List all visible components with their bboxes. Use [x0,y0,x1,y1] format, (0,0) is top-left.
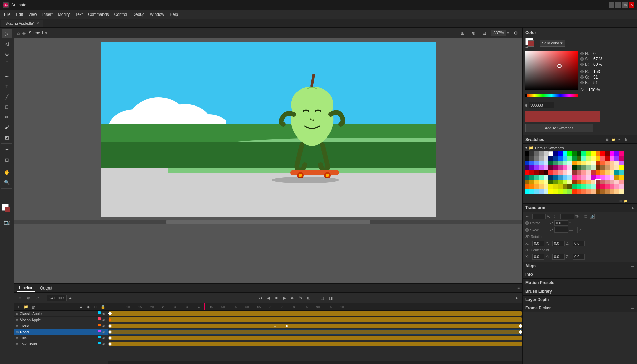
3d-z-input[interactable] [573,241,585,246]
minimize-button[interactable]: — [609,2,614,8]
lock-icon[interactable]: 🔒 [100,304,106,310]
menu-window[interactable]: Window [147,11,167,18]
subselect-tool[interactable]: ◁ [2,39,12,49]
swatches-delete-button[interactable]: 🗑 [623,137,628,142]
scene-selector[interactable]: Scene 1 ▾ [29,31,47,35]
lasso-tool[interactable]: ⌒ [2,59,12,69]
skew-h-input[interactable] [554,227,568,233]
outline-all-button[interactable]: □ [93,304,99,310]
eyedropper-tool[interactable]: ✦ [2,145,12,154]
layer-visibility-road[interactable]: ◉ [101,330,106,334]
go-to-first-frame-button[interactable]: ⏮ [256,294,264,302]
align-header[interactable]: Align — [523,262,637,270]
free-transform-tool[interactable]: ⊕ [2,49,12,59]
sync-button[interactable]: ⊞ [305,294,312,302]
color-result-swatch[interactable] [525,111,600,122]
canvas-scrollbar-thumb[interactable] [166,220,370,224]
layer-visibility-motion[interactable]: ◉ [101,317,106,322]
snap-objects-button[interactable]: ⊕ [469,29,478,37]
brush-tool[interactable]: 🖌 [2,122,12,132]
tab-timeline[interactable]: Timeline [17,285,35,292]
clip-content-button[interactable]: ⊟ [480,29,488,37]
layer-row-cloud[interactable]: ◈ Cloud ◉ [14,323,108,329]
tab-close-button[interactable]: ✕ [36,21,39,25]
pen-tool[interactable]: ✒ [2,72,12,81]
menu-modify[interactable]: Modify [55,11,72,18]
select-tool[interactable]: ▷ [2,29,12,38]
onion-skin-outlines-button[interactable]: ◨ [327,294,334,302]
transform-header[interactable]: Transform ▶ [523,204,637,212]
menu-file[interactable]: File [1,11,13,18]
play-button[interactable]: ▶ [281,294,288,302]
menu-debug[interactable]: Debug [130,11,147,18]
r-radio[interactable] [580,70,584,73]
scale-w-input[interactable] [532,214,546,219]
canvas-scrollbar[interactable] [14,220,522,224]
brush-library-header[interactable]: Brush Library — [523,287,637,295]
add-folder-button[interactable]: 📁 [23,304,29,310]
onion-skin-button[interactable]: ◫ [318,294,326,302]
layer-row-low-cloud[interactable]: ◈ Low Cloud ◉ [14,341,108,347]
3d-x-input[interactable] [532,241,544,246]
rectangle-tool[interactable]: □ [2,102,12,112]
add-motion-guide-button[interactable]: ⊕ [25,294,32,302]
zoom-tool[interactable]: 🔍 [2,178,12,187]
s-radio[interactable] [580,57,584,61]
fill-swatch[interactable] [528,40,534,47]
eraser-tool[interactable]: ◻ [2,155,12,164]
color-picker-gradient[interactable] [525,51,578,90]
delete-layer-button[interactable]: 🗑 [30,304,36,310]
menu-edit[interactable]: Edit [13,11,26,18]
3d-y-input[interactable] [552,241,565,246]
scene-dropdown-arrow[interactable]: ▾ [45,31,47,35]
stroke-fill-selector[interactable]: ⇄ [525,38,538,49]
hex-input[interactable] [529,102,554,108]
menu-control[interactable]: Control [112,11,130,18]
layer-row-road[interactable]: ▭ Road ◉ [14,329,108,335]
swatches-view-toggle-3[interactable]: + [629,199,631,203]
swatches-group-header[interactable]: ▾ 📁 Default Swatches [524,145,636,151]
skew-radio[interactable] [525,228,529,232]
layer-visibility-low-cloud[interactable]: ◉ [101,342,106,346]
zoom-dropdown-arrow[interactable]: ▾ [507,31,509,35]
motion-presets-header[interactable]: Motion Presets — [523,279,637,287]
swatches-view-toggle-2[interactable]: 📁 [624,199,628,203]
stop-button[interactable]: ■ [273,294,280,302]
camera-tool[interactable]: 📷 [2,217,12,227]
new-layer-button[interactable]: ≡ [16,294,24,302]
stage-settings-button[interactable]: ⚙ [512,29,520,37]
maximize-button[interactable]: □ [615,2,621,8]
add-layer-button[interactable]: + [16,304,22,310]
menu-insert[interactable]: Insert [40,11,55,18]
timeline-menu-icon[interactable]: ≡ [517,286,520,291]
swatches-collapse-button[interactable]: — [629,137,634,142]
layer-visibility-classic[interactable]: ◉ [101,311,106,316]
layer-row-motion-apple[interactable]: ◈ Motion Apple ◉ [14,317,108,323]
swatches-add-button[interactable]: + [617,137,622,142]
scale-h-input[interactable] [560,214,574,219]
hand-tool[interactable]: ✋ [2,168,12,177]
g-radio[interactable] [580,75,584,79]
restore-button[interactable]: ▭ [622,2,628,8]
center-z-input[interactable] [573,254,585,260]
lock-all-button[interactable]: ● [78,304,84,310]
swatches-view-toggle-1[interactable]: ⊞ [619,199,622,203]
step-back-button[interactable]: ◀ [265,294,272,302]
center-y-input[interactable] [552,254,565,260]
tab-output[interactable]: Output [39,285,54,291]
layer-visibility-cloud[interactable]: ◉ [101,324,106,328]
rotate-input[interactable] [554,220,568,226]
go-to-last-frame-button[interactable]: ⏭ [289,294,296,302]
show-all-button[interactable]: ◈ [85,304,91,310]
pencil-tool[interactable]: ✏ [2,112,12,122]
layer-depth-header[interactable]: Layer Depth — [523,296,637,304]
layer-row-hills[interactable]: ◈ Hills ◉ [14,335,108,341]
playhead[interactable] [204,303,205,310]
center-x-input[interactable] [532,254,544,260]
line-tool[interactable]: ╱ [2,92,12,101]
swap-colors-icon[interactable]: ⇄ [525,45,528,49]
timeline-settings-button[interactable]: ▲ [513,294,520,302]
zoom-control[interactable]: 337% ▾ [491,30,509,36]
snap-to-grid-button[interactable]: ⊞ [459,29,467,37]
skew-v-btn[interactable]: ↗ [577,227,583,233]
